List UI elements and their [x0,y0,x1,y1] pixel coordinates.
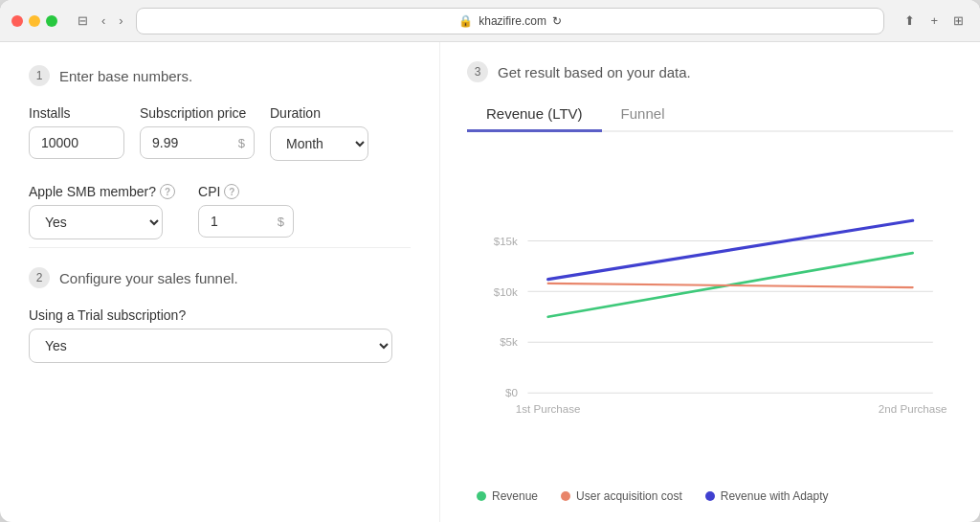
browser-window: ⊟ ‹ › 🔒 khazifire.com ↻ ⬆ + ⊞ 1 Enter ba… [0,0,980,522]
x-label-2nd: 2nd Purchase [879,402,947,415]
legend-user-acq: User acquisition cost [561,489,682,503]
step3-header: 3 Get result based on your data. [467,61,953,82]
duration-label: Duration [270,105,368,121]
cpi-wrapper: $ [198,205,294,238]
y-label-0: $0 [505,386,518,398]
cpi-label: CPI [198,184,220,199]
cpi-currency-symbol: $ [278,215,284,229]
step2-title: Configure your sales funnel. [59,270,238,286]
step2-header: 2 Configure your sales funnel. [29,267,411,288]
step3-title: Get result based on your data. [498,64,691,80]
legend-user-acq-label: User acquisition cost [576,489,682,503]
tab-revenue-ltv[interactable]: Revenue (LTV) [467,98,602,132]
lock-icon: 🔒 [458,14,473,28]
subscription-price-group: Subscription price $ [140,105,255,161]
step1-badge: 1 [29,65,50,86]
legend-revenue-dot [477,491,486,501]
legend-adapty: Revenue with Adapty [705,489,829,503]
tab-funnel[interactable]: Funnel [602,98,684,132]
right-panel: 3 Get result based on your data. Revenue… [440,42,980,522]
legend-revenue: Revenue [477,489,538,503]
address-bar[interactable]: 🔒 khazifire.com ↻ [136,8,885,34]
apple-smb-group: Apple SMB member? ? Yes No [29,184,175,239]
browser-toolbar: ⊟ ‹ › 🔒 khazifire.com ↻ ⬆ + ⊞ [0,0,980,42]
trial-label: Using a Trial subscription? [29,307,411,323]
minimize-button[interactable] [29,15,40,27]
apple-smb-label: Apple SMB member? [29,184,156,199]
duration-group: Duration Month Year Week [270,105,368,161]
installs-group: Installs [29,105,124,161]
tab-toggle-button[interactable]: ⊟ [73,11,93,31]
left-panel: 1 Enter base numbers. Installs Subscript… [0,42,440,522]
chart-legend: Revenue User acquisition cost Revenue wi… [467,489,953,503]
y-label-10k: $10k [494,285,518,298]
step1-header: 1 Enter base numbers. [29,65,411,86]
step1-title: Enter base numbers. [59,68,192,84]
apple-smb-select[interactable]: Yes No [29,205,163,239]
y-label-5k: $5k [500,335,518,348]
reload-icon: ↻ [552,14,562,28]
grid-button[interactable]: ⊞ [948,11,969,31]
cpi-label-row: CPI ? [198,184,294,199]
chart-tabs: Revenue (LTV) Funnel [467,98,953,132]
smb-cpi-row: Apple SMB member? ? Yes No CPI ? [29,184,411,239]
apple-smb-label-row: Apple SMB member? ? [29,184,175,199]
legend-adapty-dot [705,491,715,501]
legend-adapty-label: Revenue with Adapty [721,489,829,503]
cpi-help-icon[interactable]: ? [224,184,239,199]
back-button[interactable]: ‹ [97,11,110,31]
toolbar-controls: ⊟ ‹ › [73,11,128,31]
price-currency-symbol: $ [238,136,245,150]
main-content: 1 Enter base numbers. Installs Subscript… [0,42,980,522]
toolbar-right-controls: ⬆ + ⊞ [900,11,969,31]
base-numbers-row: Installs Subscription price $ Duration M… [29,105,411,161]
x-label-1st: 1st Purchase [516,402,581,415]
new-tab-button[interactable]: + [925,11,943,31]
subscription-price-label: Subscription price [140,105,255,121]
step3-badge: 3 [467,61,488,82]
installs-label: Installs [29,105,124,121]
chart-area: $0 $5k $10k $15k 1st Purchase 2nd Purcha… [467,144,953,480]
apple-smb-help-icon[interactable]: ? [160,184,175,199]
installs-input[interactable] [29,126,124,159]
traffic-lights [11,15,57,27]
url-text: khazifire.com [479,14,546,28]
forward-button[interactable]: › [114,11,127,31]
share-button[interactable]: ⬆ [900,11,920,31]
section-divider [29,247,411,248]
cpi-group: CPI ? $ [198,184,294,238]
trial-select[interactable]: Yes No [29,329,392,363]
legend-revenue-label: Revenue [492,489,538,503]
y-label-15k: $15k [494,235,518,247]
step2-badge: 2 [29,267,50,288]
subscription-price-wrapper: $ [140,126,255,159]
duration-select[interactable]: Month Year Week [270,126,368,161]
revenue-adapty-line [548,220,913,279]
trial-group: Using a Trial subscription? Yes No [29,307,411,363]
legend-user-acq-dot [561,491,570,501]
maximize-button[interactable] [46,15,57,27]
close-button[interactable] [11,15,23,27]
revenue-chart: $0 $5k $10k $15k 1st Purchase 2nd Purcha… [467,144,953,480]
